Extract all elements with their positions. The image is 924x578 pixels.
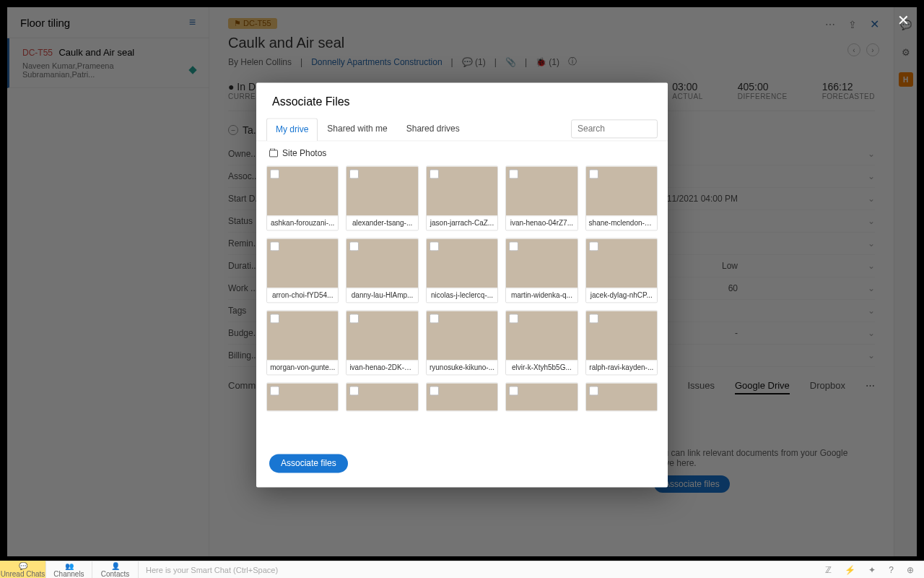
modal-close-icon[interactable]: ✕ bbox=[897, 12, 910, 29]
file-name: alexander-tsang-... bbox=[346, 215, 417, 230]
tab-my-drive[interactable]: My drive bbox=[266, 118, 318, 141]
file-thumb[interactable] bbox=[505, 382, 578, 411]
file-name: arron-choi-fYD54... bbox=[267, 288, 338, 302]
file-name: ashkan-forouzani-... bbox=[267, 215, 338, 230]
associate-files-modal: Associate Files My drive Shared with me … bbox=[256, 82, 668, 487]
file-checkbox[interactable] bbox=[589, 386, 598, 395]
breadcrumb[interactable]: Site Photos bbox=[256, 141, 668, 161]
file-name: shane-mclendon-E... bbox=[586, 215, 657, 230]
file-name: ivan-henao-2DK-C... bbox=[346, 360, 417, 374]
file-checkbox[interactable] bbox=[270, 314, 279, 323]
bb-icon-1[interactable]: ℤ bbox=[825, 565, 832, 575]
file-thumb[interactable]: elvir-k-Xtyh5b5G... bbox=[505, 310, 578, 375]
file-thumb[interactable]: morgan-von-gunte... bbox=[266, 310, 339, 375]
file-checkbox[interactable] bbox=[589, 314, 598, 323]
file-thumb[interactable]: danny-lau-HlAmp... bbox=[346, 238, 418, 303]
file-name: morgan-von-gunte... bbox=[267, 360, 338, 374]
file-checkbox[interactable] bbox=[430, 314, 439, 323]
file-name: ivan-henao-04rZ7... bbox=[506, 215, 577, 230]
file-checkbox[interactable] bbox=[509, 169, 518, 178]
file-thumb[interactable]: ralph-ravi-kayden-... bbox=[585, 310, 658, 375]
file-thumb[interactable] bbox=[346, 382, 418, 411]
file-checkbox[interactable] bbox=[430, 386, 439, 395]
file-name: ralph-ravi-kayden-... bbox=[586, 360, 657, 374]
file-thumb[interactable]: jacek-dylag-nhCP... bbox=[585, 238, 658, 303]
smart-chat-input[interactable]: Here is your Smart Chat (Ctrl+Space) bbox=[139, 566, 815, 574]
bb-icon-3[interactable]: ✦ bbox=[868, 565, 876, 575]
file-thumb[interactable]: alexander-tsang-... bbox=[346, 165, 418, 230]
file-thumb[interactable]: shane-mclendon-E... bbox=[585, 165, 658, 230]
file-name: ryunosuke-kikuno-... bbox=[427, 360, 497, 374]
tab-shared-drives[interactable]: Shared drives bbox=[397, 117, 469, 140]
search-input[interactable] bbox=[571, 119, 658, 138]
bottombar-contacts[interactable]: 👤Contacts bbox=[92, 561, 139, 579]
file-checkbox[interactable] bbox=[349, 241, 359, 251]
file-name: martin-widenka-q... bbox=[506, 288, 577, 302]
file-thumb[interactable] bbox=[266, 382, 339, 411]
bottombar-channels[interactable]: 👥Channels bbox=[46, 561, 92, 579]
file-checkbox[interactable] bbox=[430, 169, 439, 178]
file-thumb[interactable]: jason-jarrach-CaZ... bbox=[426, 165, 498, 230]
file-checkbox[interactable] bbox=[509, 241, 518, 251]
file-name: jason-jarrach-CaZ... bbox=[427, 215, 497, 230]
file-thumb[interactable]: nicolas-j-leclercq-... bbox=[426, 238, 498, 303]
file-name: nicolas-j-leclercq-... bbox=[427, 288, 497, 302]
file-thumb[interactable]: arron-choi-fYD54... bbox=[266, 238, 339, 303]
tab-shared-with-me[interactable]: Shared with me bbox=[318, 117, 396, 140]
bottombar-chats[interactable]: 💬Unread Chats bbox=[0, 561, 46, 579]
file-checkbox[interactable] bbox=[349, 314, 359, 323]
file-thumb[interactable] bbox=[426, 382, 498, 411]
file-checkbox[interactable] bbox=[430, 241, 439, 251]
bb-icon-4[interactable]: ? bbox=[889, 565, 894, 575]
file-checkbox[interactable] bbox=[509, 314, 518, 323]
file-checkbox[interactable] bbox=[349, 169, 359, 178]
file-thumb[interactable] bbox=[585, 382, 658, 411]
file-thumb[interactable]: ashkan-forouzani-... bbox=[266, 165, 339, 230]
file-thumb[interactable]: ivan-henao-2DK-C... bbox=[346, 310, 418, 375]
modal-title: Associate Files bbox=[256, 82, 668, 117]
bb-icon-2[interactable]: ⚡ bbox=[845, 565, 855, 575]
bottom-bar: 💬Unread Chats 👥Channels 👤Contacts Here i… bbox=[0, 561, 924, 578]
file-checkbox[interactable] bbox=[589, 169, 598, 178]
folder-icon bbox=[269, 150, 278, 157]
file-thumb[interactable]: ivan-henao-04rZ7... bbox=[505, 165, 578, 230]
associate-files-submit[interactable]: Associate files bbox=[269, 454, 348, 473]
file-thumb[interactable]: ryunosuke-kikuno-... bbox=[426, 310, 498, 375]
file-thumb[interactable]: martin-widenka-q... bbox=[505, 238, 578, 303]
file-grid: ashkan-forouzani-...alexander-tsang-...j… bbox=[266, 165, 658, 411]
file-checkbox[interactable] bbox=[270, 169, 279, 178]
file-checkbox[interactable] bbox=[349, 386, 359, 395]
file-name: danny-lau-HlAmp... bbox=[346, 288, 417, 302]
file-name: elvir-k-Xtyh5b5G... bbox=[506, 360, 577, 374]
file-checkbox[interactable] bbox=[509, 386, 518, 395]
file-name: jacek-dylag-nhCP... bbox=[586, 288, 657, 302]
file-checkbox[interactable] bbox=[589, 241, 598, 251]
bb-icon-5[interactable]: ⊕ bbox=[907, 565, 914, 575]
file-checkbox[interactable] bbox=[270, 386, 279, 395]
file-checkbox[interactable] bbox=[270, 241, 279, 251]
